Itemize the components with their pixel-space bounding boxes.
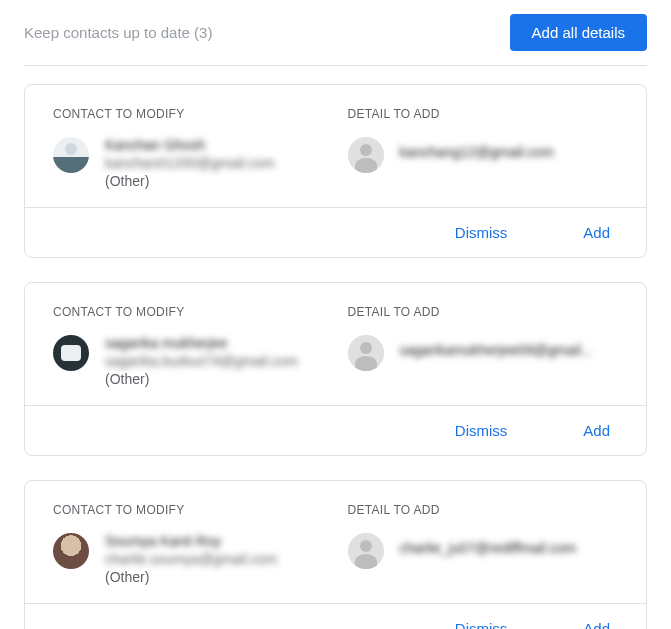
detail-email: charlie_ju07@rediffmail.com (400, 533, 577, 556)
contact-row: sagarika mukherjee sagarika.budout74@gma… (53, 335, 324, 387)
detail-row: kanchang12@gmail.com (348, 137, 619, 173)
svg-point-3 (360, 342, 372, 354)
card-body: CONTACT TO MODIFY Kanchan Ghosh kanchan0… (25, 85, 646, 207)
detail-column-header: DETAIL TO ADD (348, 107, 619, 121)
contact-type: (Other) (105, 371, 324, 387)
contact-email: kanchan01200@gmail.com (105, 155, 324, 171)
add-button[interactable]: Add (575, 418, 618, 443)
contact-column: CONTACT TO MODIFY Kanchan Ghosh kanchan0… (53, 107, 324, 189)
contact-info: sagarika mukherjee sagarika.budout74@gma… (105, 335, 324, 387)
contact-email: charlie.soumya@gmail.com (105, 551, 324, 567)
contact-row: Kanchan Ghosh kanchan01200@gmail.com (Ot… (53, 137, 324, 189)
detail-email: kanchang12@gmail.com (400, 137, 554, 160)
person-icon (348, 137, 384, 173)
person-icon (348, 533, 384, 569)
card-actions: Dismiss Add (25, 603, 646, 629)
contact-email: sagarika.budout74@gmail.com (105, 353, 324, 369)
detail-row: sagarikamukherjee09@gmail... (348, 335, 619, 371)
svg-point-1 (360, 144, 372, 156)
detail-column: DETAIL TO ADD sagarikamukherjee09@gmail.… (348, 305, 619, 387)
suggestion-card: CONTACT TO MODIFY Kanchan Ghosh kanchan0… (24, 84, 647, 258)
contact-name: Kanchan Ghosh (105, 137, 324, 153)
contact-name: Soumya Kanti Roy (105, 533, 324, 549)
svg-point-5 (360, 540, 372, 552)
contact-row: Soumya Kanti Roy charlie.soumya@gmail.co… (53, 533, 324, 585)
suggestion-card: CONTACT TO MODIFY Soumya Kanti Roy charl… (24, 480, 647, 629)
card-actions: Dismiss Add (25, 405, 646, 455)
contact-avatar (53, 335, 89, 371)
contact-avatar (53, 137, 89, 173)
header-divider (24, 65, 647, 66)
person-icon (348, 335, 384, 371)
contact-column-header: CONTACT TO MODIFY (53, 107, 324, 121)
contact-column-header: CONTACT TO MODIFY (53, 305, 324, 319)
detail-email: sagarikamukherjee09@gmail... (400, 335, 593, 358)
dismiss-button[interactable]: Dismiss (447, 418, 516, 443)
suggestion-card: CONTACT TO MODIFY sagarika mukherjee sag… (24, 282, 647, 456)
add-button[interactable]: Add (575, 220, 618, 245)
detail-column: DETAIL TO ADD charlie_ju07@rediffmail.co… (348, 503, 619, 585)
card-body: CONTACT TO MODIFY sagarika mukherjee sag… (25, 283, 646, 405)
card-actions: Dismiss Add (25, 207, 646, 257)
contact-column: CONTACT TO MODIFY sagarika mukherjee sag… (53, 305, 324, 387)
detail-column-header: DETAIL TO ADD (348, 503, 619, 517)
header-row: Keep contacts up to date (3) Add all det… (24, 10, 647, 65)
dismiss-button[interactable]: Dismiss (447, 616, 516, 629)
add-button[interactable]: Add (575, 616, 618, 629)
detail-row: charlie_ju07@rediffmail.com (348, 533, 619, 569)
contact-type: (Other) (105, 569, 324, 585)
contact-type: (Other) (105, 173, 324, 189)
detail-column-header: DETAIL TO ADD (348, 305, 619, 319)
contact-name: sagarika mukherjee (105, 335, 324, 351)
contact-column-header: CONTACT TO MODIFY (53, 503, 324, 517)
detail-column: DETAIL TO ADD kanchang12@gmail.com (348, 107, 619, 189)
contact-column: CONTACT TO MODIFY Soumya Kanti Roy charl… (53, 503, 324, 585)
contact-info: Kanchan Ghosh kanchan01200@gmail.com (Ot… (105, 137, 324, 189)
card-body: CONTACT TO MODIFY Soumya Kanti Roy charl… (25, 481, 646, 603)
contact-info: Soumya Kanti Roy charlie.soumya@gmail.co… (105, 533, 324, 585)
page-title: Keep contacts up to date (3) (24, 24, 212, 41)
contact-avatar (53, 533, 89, 569)
add-all-details-button[interactable]: Add all details (510, 14, 647, 51)
dismiss-button[interactable]: Dismiss (447, 220, 516, 245)
